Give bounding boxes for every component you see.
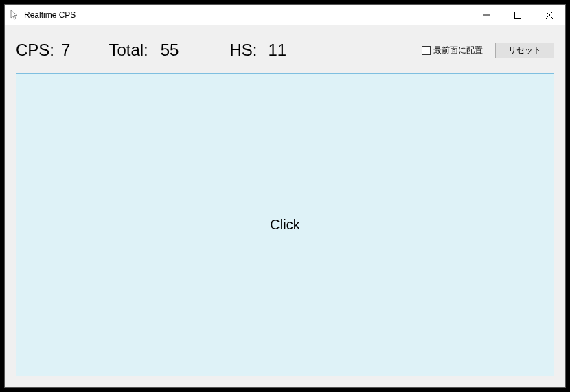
client-area: CPS: 7 Total: 55 HS: 11 最前面に配置 リセット [5, 25, 565, 387]
window-controls [470, 5, 565, 25]
click-panel-label: Click [270, 217, 299, 233]
topmost-label: 最前面に配置 [433, 45, 483, 56]
window-title: Realtime CPS [24, 10, 470, 20]
total-value: 55 [161, 41, 179, 60]
app-window: Realtime CPS CPS: 7 Tota [4, 4, 566, 388]
hs-stat: HS: 11 [229, 41, 286, 60]
click-panel[interactable]: Click [16, 73, 554, 376]
cps-label: CPS: [16, 41, 54, 60]
total-label: Total: [109, 41, 148, 60]
hs-label: HS: [229, 41, 257, 60]
maximize-button[interactable] [502, 5, 534, 25]
minimize-button[interactable] [470, 5, 502, 25]
total-stat: Total: 55 [109, 41, 179, 60]
hs-value: 11 [268, 41, 286, 60]
reset-button[interactable]: リセット [495, 43, 554, 58]
right-controls: 最前面に配置 リセット [422, 43, 554, 58]
close-button[interactable] [534, 5, 565, 25]
svg-rect-1 [515, 12, 521, 18]
checkbox-box-icon [422, 46, 431, 55]
cps-stat: CPS: 7 [16, 41, 70, 60]
cps-value: 7 [61, 41, 70, 60]
title-bar[interactable]: Realtime CPS [5, 5, 565, 25]
cursor-icon [9, 10, 20, 21]
stats-row: CPS: 7 Total: 55 HS: 11 最前面に配置 リセット [16, 34, 554, 67]
topmost-checkbox[interactable]: 最前面に配置 [422, 45, 483, 56]
